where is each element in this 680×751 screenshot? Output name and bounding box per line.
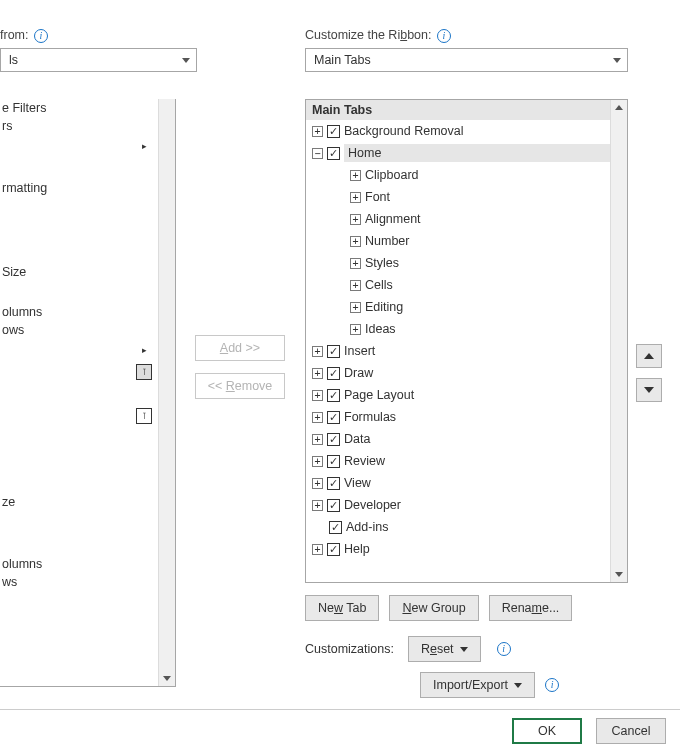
checkbox[interactable] [327, 345, 340, 358]
triangle-up-icon [644, 353, 654, 359]
tree-label: Formulas [344, 410, 396, 424]
expander-icon[interactable]: + [312, 500, 323, 511]
submenu-handle-icon[interactable]: ⊺ [136, 364, 152, 380]
list-item[interactable]: Size [0, 263, 175, 281]
expander-icon[interactable]: + [350, 258, 361, 269]
tree-tab-page-layout[interactable]: +Page Layout [306, 384, 610, 406]
list-item[interactable]: ows [0, 321, 175, 339]
ribbon-tabs-tree[interactable]: Main Tabs + Background Removal − Home +C… [305, 99, 628, 583]
tree-group[interactable]: +Alignment [306, 208, 610, 230]
checkbox[interactable] [327, 389, 340, 402]
scrollbar[interactable] [158, 99, 175, 686]
tree-tab-view[interactable]: +View [306, 472, 610, 494]
move-up-button[interactable] [636, 344, 662, 368]
tree-tab-insert[interactable]: +Insert [306, 340, 610, 362]
expander-icon[interactable]: + [350, 192, 361, 203]
submenu-handle-icon[interactable]: ▸ [136, 138, 152, 154]
scroll-down-icon[interactable] [163, 676, 171, 681]
list-item[interactable]: olumns [0, 303, 175, 321]
list-item[interactable]: ze [0, 493, 175, 511]
expander-icon[interactable]: + [312, 368, 323, 379]
tree-group[interactable]: +Cells [306, 274, 610, 296]
tree-label: Styles [365, 256, 399, 270]
info-icon[interactable]: i [34, 29, 48, 43]
submenu-handle-icon[interactable]: ▸ [136, 342, 152, 358]
choose-commands-from-combo[interactable]: ls [0, 48, 197, 72]
cancel-button[interactable]: Cancel [596, 718, 666, 744]
submenu-handle-icon[interactable]: ⊺ [136, 408, 152, 424]
expander-icon[interactable]: + [350, 214, 361, 225]
reset-button[interactable]: Reset [408, 636, 481, 662]
tree-label: Review [344, 454, 385, 468]
info-icon[interactable]: i [497, 642, 511, 656]
scroll-up-icon[interactable] [615, 105, 623, 110]
list-item[interactable]: ws [0, 573, 175, 591]
expander-icon[interactable]: + [312, 456, 323, 467]
list-item[interactable]: e Filters [0, 99, 175, 117]
checkbox[interactable] [327, 125, 340, 138]
expander-icon[interactable]: + [350, 324, 361, 335]
expander-icon[interactable]: + [312, 478, 323, 489]
tree-tab-developer[interactable]: +Developer [306, 494, 610, 516]
tree-tab-draw[interactable]: +Draw [306, 362, 610, 384]
checkbox[interactable] [327, 147, 340, 160]
move-down-button[interactable] [636, 378, 662, 402]
tree-label: Add-ins [346, 520, 388, 534]
customize-ribbon-label: Customize the Ribbon: [305, 28, 431, 42]
tree-group[interactable]: +Clipboard [306, 164, 610, 186]
tree-label: Alignment [365, 212, 421, 226]
checkbox[interactable] [329, 521, 342, 534]
expander-icon[interactable]: + [350, 302, 361, 313]
info-icon[interactable]: i [545, 678, 559, 692]
tree-tab-help[interactable]: +Help [306, 538, 610, 560]
expander-icon[interactable]: + [312, 126, 323, 137]
tree-tab-background-removal[interactable]: + Background Removal [306, 120, 610, 142]
expander-icon[interactable]: + [312, 412, 323, 423]
customize-ribbon-combo[interactable]: Main Tabs [305, 48, 628, 72]
checkbox[interactable] [327, 477, 340, 490]
tree-tab-review[interactable]: +Review [306, 450, 610, 472]
tree-tab-home[interactable]: − Home [306, 142, 610, 164]
commands-listbox[interactable]: e Filters rs ▸ rmatting Size olumns ows … [0, 99, 176, 687]
tree-group[interactable]: +Editing [306, 296, 610, 318]
expander-icon[interactable]: + [312, 544, 323, 555]
list-item[interactable]: rmatting [0, 179, 175, 197]
tree-group[interactable]: +Styles [306, 252, 610, 274]
checkbox[interactable] [327, 411, 340, 424]
expander-icon[interactable]: + [350, 170, 361, 181]
tree-label: Developer [344, 498, 401, 512]
expander-icon[interactable]: + [312, 346, 323, 357]
ok-button[interactable]: OK [512, 718, 582, 744]
list-item[interactable]: rs [0, 117, 175, 135]
expander-icon[interactable]: + [312, 390, 323, 401]
tree-label: Clipboard [365, 168, 419, 182]
tree-group[interactable]: +Number [306, 230, 610, 252]
checkbox[interactable] [327, 543, 340, 556]
expander-icon[interactable]: − [312, 148, 323, 159]
tree-label: Number [365, 234, 409, 248]
tree-tab-formulas[interactable]: +Formulas [306, 406, 610, 428]
new-tab-button[interactable]: New Tab [305, 595, 379, 621]
tree-label: Page Layout [344, 388, 414, 402]
import-export-button[interactable]: Import/Export [420, 672, 535, 698]
tree-tab-add-ins[interactable]: Add-ins [306, 516, 610, 538]
tree-group[interactable]: +Font [306, 186, 610, 208]
expander-icon[interactable]: + [350, 236, 361, 247]
expander-icon[interactable]: + [350, 280, 361, 291]
checkbox[interactable] [327, 433, 340, 446]
expander-icon[interactable]: + [312, 434, 323, 445]
scroll-down-icon[interactable] [615, 572, 623, 577]
tree-group[interactable]: +Ideas [306, 318, 610, 340]
info-icon[interactable]: i [437, 29, 451, 43]
new-group-button[interactable]: New Group [389, 595, 478, 621]
checkbox[interactable] [327, 367, 340, 380]
rename-button[interactable]: Rename... [489, 595, 573, 621]
tree-tab-data[interactable]: +Data [306, 428, 610, 450]
scrollbar[interactable] [610, 100, 627, 582]
list-item[interactable]: olumns [0, 555, 175, 573]
checkbox[interactable] [327, 455, 340, 468]
tree-header: Main Tabs [306, 100, 610, 120]
checkbox[interactable] [327, 499, 340, 512]
remove-button: << Remove [195, 373, 285, 399]
customizations-label: Customizations: [305, 642, 394, 656]
